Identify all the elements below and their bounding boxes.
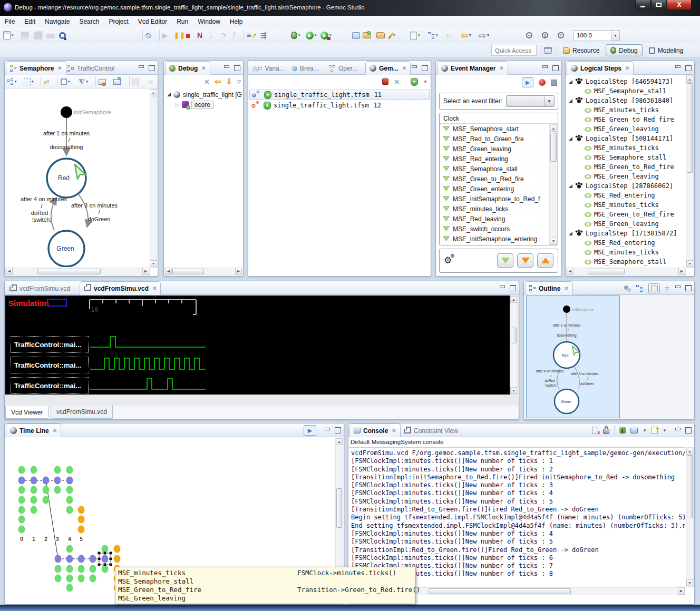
tab-variables[interactable]: (x)=Varia... <box>249 62 288 75</box>
timeline-event-dot-green[interactable] <box>54 486 61 494</box>
timeline-event-dot-green[interactable] <box>66 565 73 573</box>
clock-enabled-icon[interactable] <box>443 145 450 153</box>
expanded-twisty-icon[interactable] <box>569 99 572 103</box>
menu-vcd-editor[interactable]: Vcd Editor <box>133 17 172 26</box>
clock-row[interactable]: MSE_Green_leaving <box>440 144 540 154</box>
pin-console-icon[interactable] <box>619 427 626 433</box>
expanded-twisty-icon[interactable] <box>569 232 572 235</box>
clock-enabled-icon[interactable] <box>443 225 450 233</box>
event-filter-combo[interactable]: ▼ <box>506 95 555 107</box>
menu-project[interactable]: Project <box>104 17 133 26</box>
external-tools-button[interactable]: ▶▾ <box>320 29 332 41</box>
logical-step-row[interactable]: LogicalStep [1713815872] <box>567 229 685 238</box>
logical-steps-hscrollbar[interactable]: ◀▶ <box>566 268 686 275</box>
clock-enabled-icon[interactable] <box>443 165 450 173</box>
debug-launch-button[interactable]: ▾ <box>291 29 300 41</box>
logical-step-row[interactable]: LogicalStep [508144171] <box>567 134 685 143</box>
menu-help[interactable]: Help <box>225 17 248 26</box>
minimize-view-icon[interactable] <box>223 64 230 71</box>
transition-action-label[interactable]: dosomething <box>50 144 83 150</box>
clock-enabled-icon[interactable] <box>443 155 450 163</box>
mse-event-row[interactable]: MSE_Red_entering <box>567 191 685 200</box>
close-tab-icon[interactable]: ✕ <box>392 428 396 433</box>
timeline-event-dot-green[interactable] <box>18 466 25 474</box>
state-green-label[interactable]: Green <box>56 245 74 252</box>
clock-table-scrollbar[interactable]: ▲▼ <box>549 124 558 245</box>
maximize-view-icon[interactable] <box>509 284 517 291</box>
timeline-event-dot-green[interactable] <box>18 516 25 524</box>
forward-button[interactable]: ⇨▾ <box>479 29 489 41</box>
clock-enabled-icon[interactable] <box>443 195 450 203</box>
filters-button[interactable]: ⧨▾ <box>79 76 88 87</box>
new-gemoc-project-button[interactable] <box>352 29 360 41</box>
step-into-button[interactable]: ⤵ <box>209 29 212 41</box>
clock-row[interactable]: MSE_Green_entering <box>440 184 540 194</box>
timeline-play-button[interactable]: ▶ <box>304 425 316 436</box>
transition-action-label[interactable]: doRed <box>31 210 48 216</box>
select-mode-button[interactable]: ▾ <box>24 76 34 87</box>
record-button[interactable] <box>539 79 546 86</box>
debug-tree-root[interactable]: single_traffic_light [G <box>165 90 242 100</box>
play-events-button[interactable]: ▶ <box>522 77 533 87</box>
timeline-step-dot-blue[interactable] <box>78 555 85 563</box>
tab-outline[interactable]: Outline✕ <box>525 281 573 295</box>
layers-button[interactable]: ▾ <box>7 76 17 87</box>
resume-button[interactable]: ▶ <box>162 29 168 41</box>
display-console-icon[interactable] <box>630 428 638 433</box>
timeline-step-dot-blue[interactable] <box>31 477 37 485</box>
timeline-event-dot-orange[interactable] <box>78 516 85 524</box>
console-output[interactable]: vcdFromSimu.vcd F/org.gemoc.sample.tfsm.… <box>349 447 685 587</box>
timeline-step-dot-blue[interactable] <box>66 555 73 563</box>
disconnect-button[interactable]: N <box>197 29 202 41</box>
transition-label[interactable]: after 1 on minutes <box>43 130 90 136</box>
collapsed-twisty-icon[interactable]: ▷ <box>176 102 179 107</box>
minimize-view-icon[interactable] <box>674 64 682 71</box>
close-tab-icon[interactable]: ✕ <box>625 65 629 71</box>
view-menu-icon[interactable]: ▽ <box>665 286 669 291</box>
clock-enabled-icon[interactable] <box>443 235 450 243</box>
dispose-engines-icon[interactable]: ✕ <box>394 78 400 86</box>
timeline-event-dot-green[interactable] <box>18 496 25 504</box>
skip-all-breakpoints-button[interactable]: ⦸ <box>145 29 151 41</box>
toggle-step-filters-button[interactable]: ⇶ <box>260 29 267 41</box>
outline-tree-mode-icon[interactable] <box>636 285 643 292</box>
timeline-event-dot-green[interactable] <box>66 575 73 583</box>
step-back-orange-button[interactable] <box>537 253 553 268</box>
terminate-button[interactable]: ■ <box>186 29 190 41</box>
timeline-event-dot-green[interactable] <box>66 584 73 592</box>
timeline-event-dot-green[interactable] <box>55 575 62 583</box>
timeline-step-dot-blue[interactable] <box>54 477 61 485</box>
svg-text:!switch;[interactable]: !switch; <box>32 216 52 223</box>
shield-dropdown-icon[interactable]: ▼ <box>423 80 427 84</box>
vcd-signal-label[interactable]: TrafficControl::mai... <box>11 336 89 353</box>
maximize-view-icon[interactable] <box>685 284 692 291</box>
perspective-resource[interactable]: Resource <box>559 45 604 57</box>
new-wizard-button[interactable]: ▾ <box>3 29 14 41</box>
step-forward-orange-button[interactable] <box>517 253 533 268</box>
clock-row[interactable]: MSE_Red_entering <box>440 154 540 164</box>
tab-operations[interactable]: Oper... <box>325 62 361 75</box>
timeline-event-dot-green[interactable] <box>54 466 61 474</box>
refresh-diagram-button[interactable]: ⇄ <box>44 76 50 87</box>
view-menu-icon[interactable]: ▽ <box>237 79 241 84</box>
tab-trafficcontrol[interactable]: TrafficControl <box>64 62 118 75</box>
clock-row[interactable]: MSE_Green_to_Red_fire <box>440 174 540 184</box>
close-window-button[interactable]: X <box>667 0 692 10</box>
open-console-dropdown-icon[interactable]: ▼ <box>663 428 667 433</box>
maximize-window-button[interactable] <box>651 0 666 10</box>
mse-event-row[interactable]: MSE_Green_to_Red_fire <box>567 210 685 219</box>
paste-button[interactable] <box>132 76 139 87</box>
step-return-button[interactable]: ⤴ <box>232 29 236 41</box>
run-launch-button[interactable]: ▶▾ <box>306 29 317 41</box>
open-folder-button[interactable] <box>376 29 385 41</box>
maximize-view-icon[interactable] <box>148 64 155 71</box>
timeline-event-dot-green[interactable] <box>90 575 96 583</box>
timeline-event-dot-green[interactable] <box>78 575 85 583</box>
expanded-twisty-icon[interactable] <box>167 93 171 96</box>
transition-action-label[interactable]: doGreen <box>88 216 111 222</box>
close-tab-icon[interactable]: ✕ <box>564 285 568 291</box>
close-tab-icon[interactable]: ✕ <box>201 65 206 71</box>
back-button[interactable]: ⇦▾ <box>461 29 471 41</box>
open-element-button[interactable] <box>363 29 371 41</box>
expanded-twisty-icon[interactable] <box>569 184 572 188</box>
